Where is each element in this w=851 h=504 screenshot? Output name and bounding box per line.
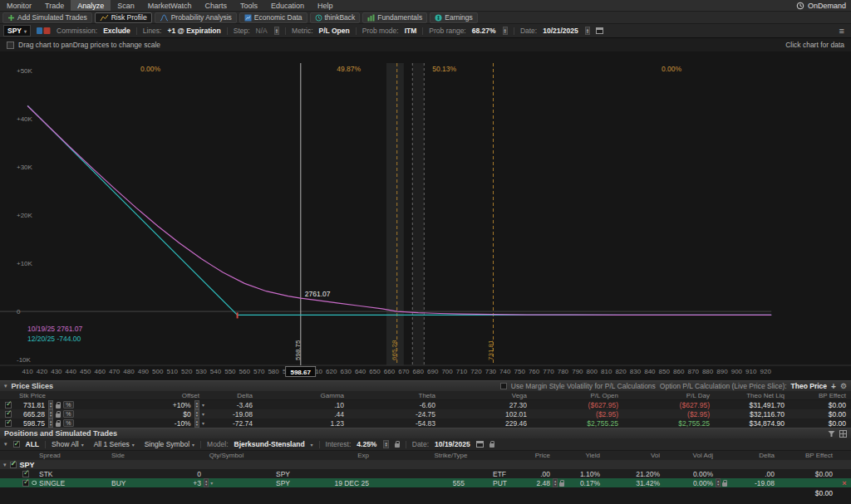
cell-bp-effect: $0.00 bbox=[790, 419, 851, 428]
menu-item-tools[interactable]: Tools bbox=[234, 0, 264, 11]
collapse-chevron-icon[interactable]: ▾ bbox=[4, 383, 7, 389]
position-row-single[interactable]: ✓ SINGLE BUY +3▴▾▾ SPY 19 DEC 25 555 PUT… bbox=[0, 478, 851, 487]
menu-item-scan[interactable]: Scan bbox=[111, 0, 141, 11]
lock-icon[interactable] bbox=[56, 404, 61, 409]
row-checkbox[interactable]: ✓ bbox=[22, 480, 29, 487]
cell-pl-open: ($627.95) bbox=[532, 401, 623, 409]
toolbar-button-economic-data[interactable]: Economic Data bbox=[239, 12, 307, 23]
panel-menu-icon[interactable]: ≡ bbox=[839, 26, 848, 36]
cell-gamma: .44 bbox=[258, 410, 349, 418]
metric-value[interactable]: P/L Open bbox=[319, 27, 350, 35]
row-checkbox[interactable]: ✓ bbox=[22, 471, 29, 477]
filter-funnel-icon[interactable] bbox=[828, 430, 835, 438]
all-checkbox[interactable]: ✓ bbox=[13, 441, 20, 448]
stepper-control[interactable]: ▴▾ bbox=[194, 418, 199, 427]
price-slice-row[interactable]: ✓ 598.75▴▾% -10%▴▾▾ -72.74 1.23 -54.83 2… bbox=[0, 418, 851, 428]
ondemand-button[interactable]: OnDemand bbox=[791, 0, 851, 11]
symbol-selector[interactable]: SPY ▾ bbox=[3, 25, 31, 37]
row-checkbox[interactable]: ✓ bbox=[10, 462, 17, 468]
stepper-control[interactable]: ▴▾ bbox=[716, 478, 721, 487]
margin-volatility-checkbox[interactable] bbox=[500, 383, 507, 389]
step-value[interactable]: N/A bbox=[256, 27, 268, 35]
model-value[interactable]: Bjerksund-Stensland bbox=[234, 440, 305, 448]
toolbar-button-thinkback[interactable]: thinkBack bbox=[310, 12, 361, 23]
price-slice-row[interactable]: ✓ 665.28▴▾% $0▴▾▾ -19.08 .44 -24.75 102.… bbox=[0, 409, 851, 418]
percent-button[interactable]: % bbox=[63, 401, 73, 409]
stepper-control[interactable]: ▴▾ bbox=[194, 400, 199, 409]
prob-mode-value[interactable]: ITM bbox=[405, 27, 417, 35]
stepper-control[interactable]: ▴▾ bbox=[48, 409, 53, 418]
risk-profile-chart[interactable]: +50K+40K+30K+20K+10K0-10K410420430440450… bbox=[0, 51, 851, 380]
menu-item-help[interactable]: Help bbox=[311, 0, 340, 11]
calendar-icon[interactable] bbox=[476, 441, 484, 448]
svg-text:860: 860 bbox=[673, 368, 685, 375]
filter-all-1-series[interactable]: All 1 Series▾ bbox=[94, 440, 135, 448]
group-chevron-icon[interactable]: ▾ bbox=[3, 462, 7, 468]
stepper-control[interactable]: ▴▾ bbox=[553, 478, 558, 487]
prob-range-value[interactable]: 68.27% bbox=[472, 27, 496, 35]
lock-icon[interactable] bbox=[56, 423, 61, 427]
menu-item-trade[interactable]: Trade bbox=[38, 0, 71, 11]
svg-text:430: 430 bbox=[51, 368, 62, 375]
menu-item-monitor[interactable]: Monitor bbox=[0, 0, 38, 11]
interest-stepper[interactable]: ▴▾ bbox=[383, 440, 388, 448]
svg-text:440: 440 bbox=[66, 368, 77, 375]
filter-single-symbol[interactable]: Single Symbol▾ bbox=[145, 440, 194, 448]
plus-icon bbox=[7, 14, 15, 22]
stepper-control[interactable]: ▴▾ bbox=[194, 409, 199, 418]
svg-text:720: 720 bbox=[470, 368, 482, 375]
svg-text:810: 810 bbox=[601, 368, 612, 375]
stepper-control[interactable]: ▴▾ bbox=[204, 478, 209, 487]
date-stepper[interactable]: ▴▾ bbox=[585, 27, 590, 35]
option-calc-value[interactable]: Theo Price bbox=[791, 382, 827, 390]
svg-text:+40K: +40K bbox=[17, 115, 33, 123]
position-row-stk[interactable]: ✓ STK 0 SPY ETF .00 1.10% 21.20% 0.00% .… bbox=[0, 469, 851, 478]
lock-icon[interactable] bbox=[722, 482, 727, 487]
svg-text:580: 580 bbox=[268, 368, 279, 375]
menu-item-analyze[interactable]: Analyze bbox=[71, 0, 111, 11]
lock-icon[interactable] bbox=[56, 413, 61, 418]
cell-delta: -19.08 bbox=[216, 410, 258, 418]
chart-hint-bar: Drag chart to panDrag prices to change s… bbox=[0, 38, 851, 51]
lock-icon[interactable] bbox=[489, 443, 494, 448]
positions-filters: Show All▾All 1 Series▾Single Symbol▾ bbox=[52, 440, 194, 448]
interest-value[interactable]: 4.25% bbox=[357, 440, 376, 448]
lock-icon[interactable] bbox=[395, 443, 400, 448]
svg-text:750: 750 bbox=[514, 368, 526, 375]
toolbar-button-risk-profile[interactable]: Risk Profile bbox=[95, 12, 152, 23]
menu-item-education[interactable]: Education bbox=[264, 0, 311, 11]
row-checkbox[interactable]: ✓ bbox=[5, 402, 12, 409]
percent-button[interactable]: % bbox=[63, 419, 73, 427]
delete-position-button[interactable]: × bbox=[838, 479, 851, 487]
prob-range-stepper[interactable]: ▴▾ bbox=[503, 27, 508, 35]
toolbar-button-fundamentals[interactable]: Fundamentals bbox=[362, 12, 427, 23]
add-slice-button[interactable]: + bbox=[831, 382, 836, 391]
stepper-control[interactable]: ▴▾ bbox=[48, 418, 53, 427]
percent-button[interactable]: % bbox=[63, 410, 73, 418]
cell-qty: +3▴▾▾ bbox=[158, 478, 216, 487]
toolbar-button-add-simulated-trades[interactable]: Add Simulated Trades bbox=[2, 12, 92, 23]
chart-pan-icon[interactable] bbox=[7, 42, 14, 49]
lines-value[interactable]: +1 @ Expiration bbox=[167, 27, 220, 35]
calendar-icon[interactable] bbox=[596, 27, 603, 34]
commission-value[interactable]: Exclude bbox=[103, 27, 130, 35]
layout-grid-icon[interactable] bbox=[839, 430, 847, 438]
svg-text:520: 520 bbox=[181, 368, 193, 375]
toolbar-button-probability-analysis[interactable]: Probability Analysis bbox=[155, 12, 237, 23]
step-stepper[interactable]: ▴▾ bbox=[274, 27, 279, 35]
lock-icon[interactable] bbox=[559, 482, 564, 487]
cell-exp: 19 DEC 25 bbox=[295, 479, 374, 487]
price-slice-row[interactable]: ✓ 731.81▴▾% +10%▴▾▾ -3.46 .10 -6.60 27.3… bbox=[0, 400, 851, 409]
filter-show-all[interactable]: Show All▾ bbox=[52, 440, 84, 448]
position-group-row[interactable]: ▾✓ SPY bbox=[0, 460, 851, 469]
menu-item-marketwatch[interactable]: MarketWatch bbox=[141, 0, 199, 11]
date-value[interactable]: 10/21/2025 bbox=[543, 27, 578, 35]
row-checkbox[interactable]: ✓ bbox=[5, 411, 12, 418]
menu-item-charts[interactable]: Charts bbox=[198, 0, 234, 11]
settings-gear-icon[interactable]: ⚙ bbox=[840, 382, 847, 390]
stepper-control[interactable]: ▴▾ bbox=[48, 400, 53, 409]
collapse-chevron-icon[interactable]: ▾ bbox=[4, 441, 7, 448]
toolbar-button-earnings[interactable]: Earnings bbox=[430, 12, 478, 23]
analysis-date-value[interactable]: 10/19/2025 bbox=[435, 440, 470, 448]
row-checkbox[interactable]: ✓ bbox=[5, 420, 12, 427]
